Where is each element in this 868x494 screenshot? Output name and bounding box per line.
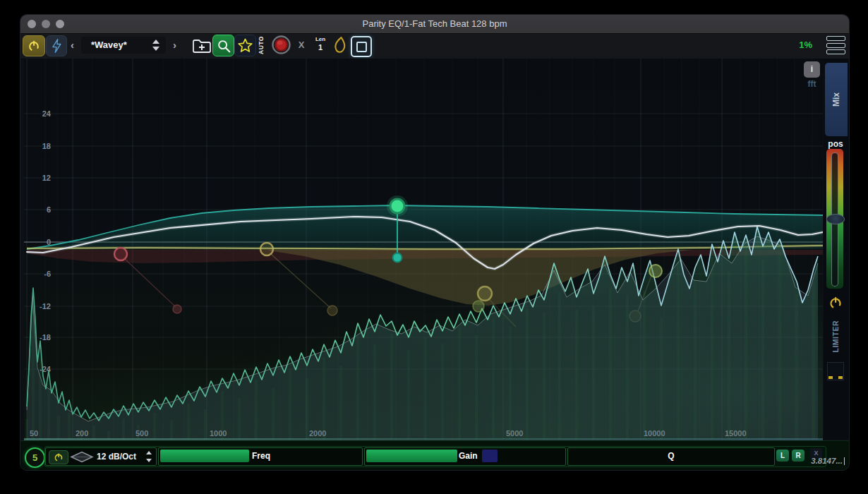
menu-button[interactable]: [826, 36, 845, 54]
power-icon: [54, 452, 64, 462]
spectrum-bar: [475, 335, 478, 440]
quality-button[interactable]: [46, 35, 67, 56]
value-edit-field[interactable]: 3.8147...: [801, 457, 845, 465]
spectrum-bar: [407, 350, 410, 440]
folder-add-icon: [192, 37, 212, 54]
slope-up-icon: [146, 451, 152, 454]
mix-slider[interactable]: [826, 149, 843, 289]
x-axis-tick-label: 2000: [309, 429, 326, 438]
pick-tool-button[interactable]: [332, 35, 349, 55]
cpu-usage: 1%: [794, 35, 812, 55]
freq-slider-fill: [160, 450, 249, 462]
spectrum-bar: [543, 313, 545, 440]
mix-slider-handle[interactable]: [826, 214, 845, 224]
menu-bar-icon: [826, 49, 845, 54]
band-settings-section: 12 dB/Oct: [45, 447, 157, 466]
y-axis-tick-label: -18: [40, 333, 51, 342]
band-2-node[interactable]: [260, 243, 273, 255]
x-axis-tick-label: 10000: [644, 429, 665, 438]
spectrum-bar: [778, 252, 781, 440]
preset-select-stepper[interactable]: [152, 40, 160, 51]
band-4-node[interactable]: [649, 265, 662, 277]
edited-value: 3.8147...: [811, 457, 843, 465]
left-channel-button[interactable]: L: [776, 450, 789, 462]
spectrum-bar: [68, 413, 71, 440]
limiter-power-button[interactable]: [828, 296, 843, 310]
limiter-label: LIMITER: [826, 314, 845, 359]
spectrum-bar: [390, 334, 393, 440]
band-1-satellite[interactable]: [173, 305, 181, 313]
clear-automation-button[interactable]: X: [296, 35, 307, 55]
x-axis-tick-label: 1000: [210, 429, 227, 438]
band-3-satellite[interactable]: [473, 301, 484, 312]
gain-slider[interactable]: Gain: [364, 447, 566, 466]
preset-down-icon: [152, 47, 159, 51]
band-panel: 12 dB/Oct Freq Gain Q L R X: [44, 446, 826, 467]
gain-zero-marker: [482, 450, 498, 462]
x-axis-tick-label: 200: [76, 429, 88, 438]
band-3-node[interactable]: [478, 287, 492, 301]
preset-field[interactable]: *Wavey*: [81, 37, 166, 54]
x-axis-tick-label: 15000: [725, 429, 747, 438]
magnifier-icon: [216, 38, 231, 54]
x-axis-tick-label: 50: [30, 429, 38, 438]
x-axis-tick-label: 5000: [506, 429, 523, 438]
node-connector: [271, 254, 331, 308]
y-axis-tick-label: 0: [47, 238, 51, 246]
length-control[interactable]: Len 1: [311, 36, 330, 54]
slope-stepper[interactable]: [145, 451, 152, 462]
spectrum-bar: [812, 282, 815, 440]
band-shape-button[interactable]: [70, 451, 94, 463]
slope-value[interactable]: 12 dB/Oct: [97, 448, 136, 465]
q-slider[interactable]: Q: [567, 447, 775, 466]
save-preset-button[interactable]: [191, 35, 212, 55]
y-axis-tick-label: 12: [42, 174, 51, 182]
preset-up-icon: [152, 40, 159, 44]
y-axis-tick-label: 6: [47, 205, 51, 214]
eq-display[interactable]: 24181260-6-12-18-24502005001000200050001…: [24, 59, 823, 440]
y-axis-tick-label: 18: [42, 142, 51, 150]
preset-next-button[interactable]: ›: [173, 35, 176, 55]
band-4-satellite[interactable]: [629, 311, 641, 322]
spectrum-bar: [441, 344, 444, 440]
preset-prev-button[interactable]: ‹: [71, 35, 74, 55]
eq-spectrum-svg[interactable]: 24181260-6-12-18-24502005001000200050001…: [24, 59, 823, 440]
gain-slider-fill: [366, 450, 457, 462]
spectrum-bar: [153, 413, 156, 440]
spectrum-bar: [204, 409, 207, 440]
band-control-bar: 5 12 dB/Oct: [20, 440, 849, 471]
toolbar: ‹ *Wavey* › AUTO: [20, 34, 849, 59]
info-button[interactable]: i: [804, 61, 820, 78]
meter-tick: [828, 376, 833, 379]
spectrum-bar: [289, 369, 291, 440]
spectrum-bar: [728, 271, 730, 440]
spectrum-bar: [339, 366, 342, 440]
spectrum-bar: [609, 287, 612, 440]
zoom-tool-button[interactable]: [212, 35, 234, 56]
text-cursor: [844, 457, 845, 465]
band-5-sub-node[interactable]: [393, 253, 402, 263]
fft-toggle[interactable]: fft: [804, 79, 820, 89]
band-1-node[interactable]: [114, 248, 127, 260]
freq-slider[interactable]: Freq: [158, 447, 363, 466]
favorite-button[interactable]: [234, 35, 256, 56]
spectrum-bar: [526, 308, 529, 440]
display-mode-button[interactable]: [351, 36, 372, 57]
spectrum-bar: [558, 292, 561, 440]
spectrum-bar: [660, 318, 663, 440]
len-value: 1: [311, 42, 330, 52]
bypass-power-button[interactable]: [23, 35, 45, 56]
record-automation-button[interactable]: [271, 35, 291, 55]
band-power-button[interactable]: [49, 450, 68, 464]
band-5-selected-node[interactable]: [390, 199, 404, 213]
tab-mix[interactable]: Mix: [825, 63, 848, 136]
spectrum-bar: [255, 380, 258, 440]
y-axis-tick-label: 24: [42, 109, 52, 118]
title-bar[interactable]: Parity EQ/1-Fat Tech Beat 128 bpm: [20, 15, 849, 34]
spectrum-bar: [643, 290, 646, 440]
auto-mode-toggle[interactable]: AUTO: [258, 35, 267, 55]
spectrum-bar: [187, 404, 190, 440]
x-axis-tick-label: 500: [135, 429, 148, 438]
band-2-satellite[interactable]: [327, 306, 337, 315]
band-number-badge[interactable]: 5: [25, 447, 45, 468]
